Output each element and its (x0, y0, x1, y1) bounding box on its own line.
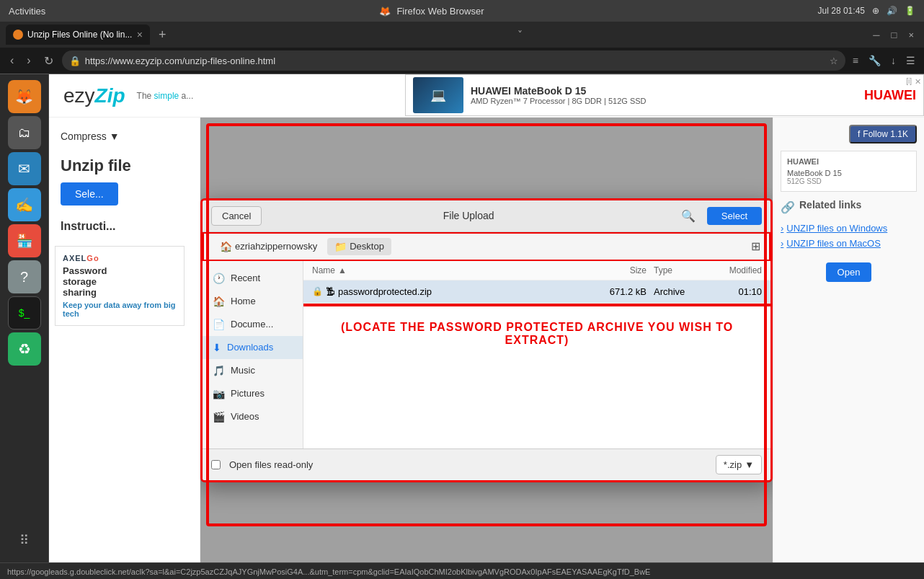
chevron-right-icon: › (781, 223, 783, 234)
fb-follow-button[interactable]: f Follow 1.1K (849, 125, 917, 143)
dock-firefox[interactable]: 🦊 (8, 80, 41, 113)
sidebar-recent[interactable]: 🕐 Recent (203, 267, 303, 290)
sidebar-documents[interactable]: 📄 Docume... (203, 313, 303, 336)
huawei-ad-text: HUAWEI MateBook D 15 AMD Ryzen™ 7 Proces… (471, 85, 857, 105)
col-modified-header[interactable]: Modified (704, 265, 762, 275)
dialog-search-button[interactable]: 🔍 (675, 206, 701, 226)
dock-writer[interactable]: ✍ (8, 188, 41, 221)
nav-compress[interactable]: Compress ▼ (49, 123, 200, 149)
firefox-favicon: 🦊 (379, 6, 391, 17)
related-link-windows[interactable]: › UNZIP files on Windows (781, 221, 917, 236)
file-name: passwordprotected.zip (338, 286, 432, 297)
chevron-right-icon-2: › (781, 238, 783, 249)
back-button[interactable]: ‹ (6, 51, 18, 70)
reload-button[interactable]: ↻ (40, 51, 58, 71)
path-home[interactable]: 🏠 ezriahzippernowsky (213, 238, 324, 255)
window-minimize[interactable]: ─ (869, 30, 884, 40)
browser-chrome: Unzip Files Online (No lin... × + ˅ ─ □ … (0, 22, 924, 74)
sidebar-recent-label: Recent (231, 273, 260, 283)
right-ad-content: MateBook D 15 (787, 169, 910, 177)
dock-store[interactable]: 🏪 (8, 224, 41, 257)
secure-icon: 🔒 (69, 56, 81, 66)
site-leftnav: Compress ▼ Unzip file Sele... Instructi.… (49, 118, 200, 562)
os-topbar: Activities 🦊 Firefox Web Browser Jul 28 … (0, 0, 924, 22)
active-tab[interactable]: Unzip Files Online (No lin... × (6, 25, 150, 45)
reader-view-icon[interactable]: ≡ (850, 52, 861, 69)
dock-grid-button[interactable]: ⠿ (8, 523, 41, 557)
col-size-header[interactable]: Size (582, 265, 647, 275)
right-ad-spec: 512G SSD (787, 177, 910, 185)
huawei-ad-title: HUAWEI MateBook D 15 (471, 85, 857, 97)
address-bar[interactable]: 🔒 https://www.ezyzip.com/unzip-files-onl… (62, 50, 845, 71)
site-logo: ezyZip (63, 84, 125, 107)
window-close[interactable]: × (904, 30, 918, 40)
dialog-view-toggle[interactable]: ⊞ (751, 239, 760, 253)
dialog-cancel-button[interactable]: Cancel (211, 206, 262, 226)
path-desktop[interactable]: 📁 Desktop (327, 238, 391, 255)
site-main: Cancel File Upload 🔍 Select 🏠 ezriahzipp… (200, 118, 773, 562)
related-link-macos-label: UNZIP files on MacOS (786, 238, 881, 249)
sidebar-pictures[interactable]: 📷 Pictures (203, 382, 303, 405)
dialog-select-button[interactable]: Select (707, 207, 762, 225)
new-tab-button[interactable]: + (153, 27, 172, 43)
address-icons: ☆ (830, 56, 838, 66)
hint-text: (Locate the password protected archive y… (303, 306, 770, 361)
downloads-icon[interactable]: ↓ (888, 52, 899, 69)
file-row-zip[interactable]: 🔒 🗜 passwordprotected.zip 671.2 kB Archi… (303, 280, 770, 304)
sidebar-home[interactable]: 🏠 Home (203, 290, 303, 313)
sidebar-videos[interactable]: 🎬 Videos (203, 405, 303, 428)
compress-label: Compress ▼ (61, 131, 120, 142)
sidebar-downloads[interactable]: ⬇ Downloads (203, 336, 303, 359)
tab-close-button[interactable]: × (137, 29, 143, 40)
open-button[interactable]: Open (826, 262, 872, 282)
tagline-simple: simple (154, 91, 179, 101)
related-links-title: Related links (799, 199, 861, 211)
os-dock: 🦊 🗂 ✉ ✍ 🏪 ? $_ ♻ ⠿ (0, 74, 49, 562)
right-ad-panel: HUAWEI MateBook D 15 512G SSD (781, 151, 917, 192)
col-type-header[interactable]: Type (647, 265, 704, 275)
filter-button[interactable]: *.zip ▼ (716, 455, 762, 474)
huawei-ad-sub: AMD Ryzen™ 7 Processor | 8G DDR | 512G S… (471, 97, 857, 105)
extensions-icon[interactable]: 🔧 (866, 52, 884, 69)
tab-title: Unzip Files Online (No lin... (27, 30, 132, 40)
os-topbar-right: Jul 28 01:45 ⊕ 🔊 🔋 (818, 6, 915, 16)
battery-icon: 🔋 (905, 6, 915, 16)
home-sidebar-icon: 🏠 (213, 296, 225, 307)
file-lock-icon: 🔒 (312, 286, 323, 296)
website-area: 💻 HUAWEI MateBook D 15 AMD Ryzen™ 7 Proc… (49, 74, 924, 562)
dock-files[interactable]: 🗂 (8, 116, 41, 149)
window-maximize[interactable]: □ (887, 30, 902, 40)
dock-mail[interactable]: ✉ (8, 152, 41, 185)
activities-label[interactable]: Activities (9, 6, 45, 17)
select-hero-button[interactable]: Sele... (61, 182, 118, 205)
os-topbar-left: Activities (9, 6, 45, 17)
path-desktop-label: Desktop (350, 241, 384, 252)
path-home-label: ezriahzippernowsky (235, 241, 317, 252)
forward-button[interactable]: › (22, 51, 35, 70)
url-text: https://www.ezyzip.com/unzip-files-onlin… (85, 56, 825, 66)
dock-recycle[interactable]: ♻ (8, 332, 41, 366)
read-only-checkbox[interactable] (211, 460, 221, 469)
sidebar-music[interactable]: 🎵 Music (203, 359, 303, 382)
col-name-header[interactable]: Name ▲ (312, 265, 582, 275)
file-dialog-overlay: Cancel File Upload 🔍 Select 🏠 ezriahzipp… (200, 118, 773, 562)
ad-choice-icon[interactable]: [i] (906, 77, 912, 85)
browser-right-icons: ≡ 🔧 ↓ ☰ (850, 52, 918, 69)
related-link-macos[interactable]: › UNZIP files on MacOS (781, 236, 917, 251)
ad-close-button[interactable]: ✕ (915, 77, 921, 87)
huawei-logo: HUAWEI (864, 88, 916, 103)
dock-help[interactable]: ? (8, 260, 41, 293)
sidebar-pictures-label: Pictures (231, 388, 265, 399)
menu-icon[interactable]: ☰ (903, 52, 918, 69)
dock-terminal[interactable]: $_ (8, 296, 41, 330)
dialog-header: Cancel File Upload 🔍 Select (203, 200, 770, 232)
dialog-pathbar: 🏠 ezriahzippernowsky 📁 Desktop ⊞ (203, 232, 770, 261)
file-modified-cell: 01:10 (704, 286, 762, 297)
file-name-cell: 🗜 passwordprotected.zip (326, 286, 582, 297)
bookmark-icon[interactable]: ☆ (830, 56, 838, 66)
fb-follow-area: f Follow 1.1K (781, 125, 917, 143)
tab-overflow-button[interactable]: ˅ (513, 29, 527, 40)
sidebar-documents-label: Docume... (231, 319, 273, 330)
related-link-windows-label: UNZIP files on Windows (786, 223, 887, 234)
downloads-icon: ⬇ (213, 342, 221, 353)
